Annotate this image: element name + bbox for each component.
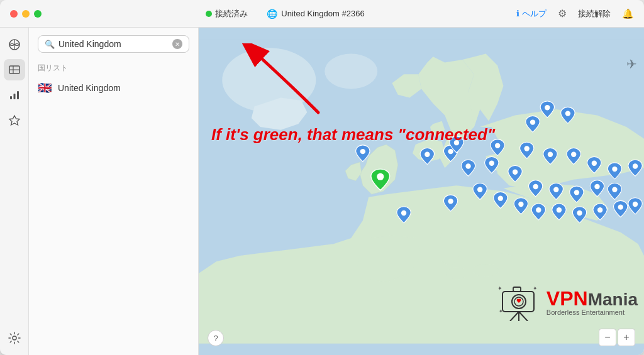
connection-status: 接続済み: [206, 8, 248, 19]
help-button[interactable]: ℹ ヘルプ: [516, 8, 547, 19]
country-list-label: 国リスト: [29, 58, 198, 76]
svg-point-21: [513, 170, 518, 175]
svg-text:✈: ✈: [626, 57, 637, 71]
svg-point-9: [13, 336, 16, 340]
svg-point-38: [454, 140, 459, 145]
svg-point-47: [565, 111, 570, 116]
search-box[interactable]: 🔍 ✕: [38, 35, 189, 53]
svg-text:✦: ✦: [497, 285, 502, 292]
svg-point-33: [597, 207, 602, 212]
help-label: ヘルプ: [522, 8, 547, 19]
svg-point-40: [524, 146, 529, 151]
svg-point-29: [518, 202, 523, 207]
svg-point-30: [536, 207, 541, 212]
svg-rect-6: [13, 94, 15, 99]
minimize-button[interactable]: [22, 10, 30, 18]
watermark-mania-text: Mania: [588, 290, 638, 309]
main-content: 🔍 ✕ 国リスト 🇬🇧 United Kingdom: [0, 28, 644, 355]
svg-line-57: [519, 312, 528, 321]
svg-point-46: [545, 105, 550, 110]
maximize-button[interactable]: [34, 10, 42, 18]
svg-point-14: [473, 264, 499, 276]
svg-point-24: [574, 190, 579, 195]
svg-text:✦: ✦: [499, 309, 503, 314]
svg-point-25: [594, 184, 599, 189]
svg-point-41: [548, 152, 553, 157]
titlebar-center: 接続済み 🌐 United Kingdom #2366: [54, 8, 516, 19]
svg-point-17: [425, 152, 430, 157]
sidebar: 🔍 ✕ 国リスト 🇬🇧 United Kingdom: [29, 28, 199, 355]
svg-point-43: [592, 161, 597, 166]
search-icon: 🔍: [45, 40, 55, 49]
svg-line-55: [510, 312, 519, 321]
svg-rect-5: [10, 96, 12, 99]
map-help-button[interactable]: ?: [208, 330, 224, 346]
svg-point-32: [577, 210, 582, 216]
camera-icon: ✦ ✦ ✦: [497, 280, 541, 324]
svg-point-12: [325, 54, 377, 89]
svg-point-44: [612, 167, 617, 172]
map-zoom-controls: − +: [599, 329, 635, 346]
server-info: 🌐 United Kingdom #2366: [267, 9, 364, 19]
svg-point-42: [571, 152, 576, 157]
watermark-vpn-text: VPN: [547, 287, 588, 310]
svg-point-31: [557, 207, 562, 212]
nav-countries-icon[interactable]: [4, 59, 25, 80]
bell-icon[interactable]: 🔔: [622, 8, 634, 19]
app-window: 接続済み 🌐 United Kingdom #2366 ℹ ヘルプ ⚙ 接続解除…: [0, 0, 644, 355]
zoom-out-button[interactable]: −: [599, 329, 616, 346]
svg-point-39: [495, 143, 500, 148]
svg-point-26: [612, 187, 617, 192]
uk-country-name: United Kingdom: [58, 83, 121, 93]
svg-rect-7: [17, 91, 19, 99]
sidebar-icons: [0, 28, 29, 355]
clear-icon: ✕: [175, 41, 180, 48]
watermark-brand: VPNMania Borderless Entertainment: [547, 288, 638, 316]
disconnect-button[interactable]: 接続解除: [578, 8, 611, 19]
svg-point-35: [633, 202, 638, 207]
nav-stats-icon[interactable]: [4, 84, 25, 106]
svg-point-36: [448, 199, 453, 204]
svg-point-45: [633, 163, 638, 168]
close-button[interactable]: [10, 10, 18, 18]
globe-icon: 🌐: [267, 9, 277, 19]
svg-point-16: [360, 149, 365, 154]
svg-point-20: [489, 161, 494, 166]
svg-point-37: [401, 210, 406, 216]
status-dot: [206, 11, 212, 17]
svg-point-22: [533, 184, 538, 189]
svg-point-28: [498, 195, 503, 200]
svg-point-13: [446, 268, 467, 280]
search-input[interactable]: [58, 39, 169, 49]
zoom-in-button[interactable]: +: [618, 329, 635, 346]
svg-point-18: [448, 149, 453, 154]
svg-point-19: [465, 163, 470, 168]
svg-point-34: [618, 204, 623, 209]
help-circle-icon: ℹ: [516, 9, 519, 18]
status-label: 接続済み: [215, 8, 248, 19]
svg-rect-54: [513, 287, 521, 292]
nav-specialty-icon[interactable]: [4, 109, 25, 131]
svg-point-27: [477, 187, 482, 192]
server-label: United Kingdom #2366: [281, 9, 364, 18]
svg-marker-8: [9, 116, 19, 125]
svg-point-48: [530, 119, 535, 124]
svg-point-23: [553, 187, 558, 192]
svg-point-15: [377, 173, 384, 180]
watermark: ✦ ✦ ✦ VPNMania Borderless Entertainment: [497, 280, 638, 324]
country-item-uk[interactable]: 🇬🇧 United Kingdom: [29, 76, 198, 100]
watermark-tagline: Borderless Entertainment: [547, 309, 638, 316]
titlebar: 接続済み 🌐 United Kingdom #2366 ℹ ヘルプ ⚙ 接続解除…: [0, 0, 644, 28]
search-clear-button[interactable]: ✕: [172, 39, 182, 49]
map-area: ✈ If it's green, that means "connected": [199, 28, 644, 355]
uk-flag-icon: 🇬🇧: [38, 81, 52, 95]
svg-text:✦: ✦: [533, 285, 538, 292]
settings-icon-sidebar[interactable]: [4, 327, 25, 349]
traffic-lights: [10, 10, 42, 18]
titlebar-right: ℹ ヘルプ ⚙ 接続解除 🔔: [516, 8, 634, 19]
nav-servers-icon[interactable]: [4, 34, 25, 55]
sidebar-search-area: 🔍 ✕: [29, 28, 198, 58]
settings-icon[interactable]: ⚙: [558, 8, 567, 19]
